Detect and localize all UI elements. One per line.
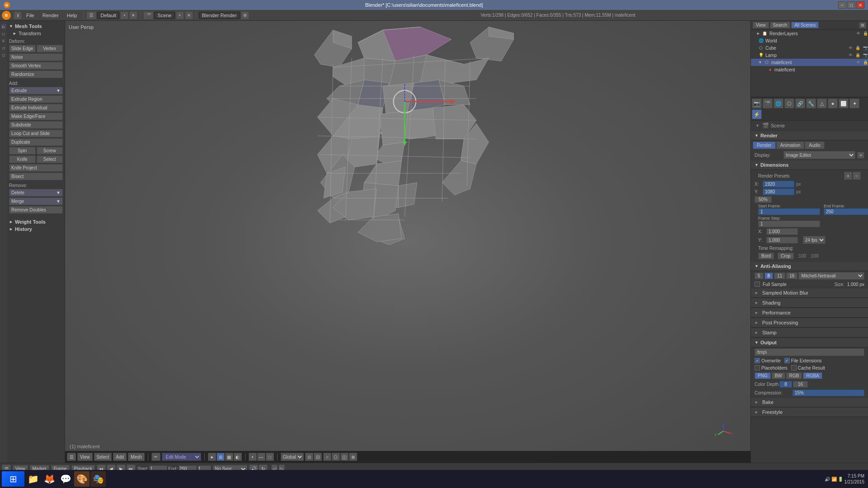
vp-edge-sel[interactable]: —	[257, 453, 265, 461]
remove-doubles-btn[interactable]: Remove Doubles	[9, 206, 63, 214]
format-rgb-btn[interactable]: RGB	[786, 372, 802, 379]
workspace-add[interactable]: +	[120, 11, 128, 19]
outliner-item-world[interactable]: 🌐 World	[751, 37, 868, 44]
tool-grease[interactable]: G	[1, 45, 6, 51]
render-tab-audio[interactable]: Audio	[805, 141, 825, 149]
knife-project-btn[interactable]: Knife Project	[9, 164, 63, 172]
res-y-input[interactable]	[763, 188, 794, 195]
bake-header[interactable]: ► Bake	[751, 397, 868, 407]
vp-mesh-menu[interactable]: Mesh	[128, 453, 144, 461]
render-tab-animation[interactable]: Animation	[776, 141, 804, 149]
vp-select-menu[interactable]: Select	[94, 453, 112, 461]
overwrite-cb[interactable]: ✓	[755, 358, 760, 363]
vp-occlude[interactable]: ⬡	[332, 453, 340, 461]
freestyle-header[interactable]: ► Freestyle	[751, 407, 868, 417]
maximize-button[interactable]: □	[847, 1, 855, 9]
vp-mode-icon[interactable]: ✏	[151, 453, 160, 461]
mesh-tools-section[interactable]: ▼ Mesh Tools	[9, 23, 63, 30]
props-texture-icon[interactable]: ⬜	[839, 99, 849, 108]
randomize-btn[interactable]: Randomize	[9, 70, 63, 78]
props-world-icon[interactable]: 🌐	[774, 99, 783, 108]
vp-render-shade[interactable]: ◐	[234, 453, 242, 461]
select-btn[interactable]: Select	[37, 155, 63, 163]
menu-help[interactable]: Help	[63, 12, 81, 19]
outliner-item-cube[interactable]: ⬡ Cube 👁 🔒 📷	[751, 44, 868, 52]
vp-face-sel[interactable]: □	[266, 453, 274, 461]
props-particles-icon[interactable]: ✦	[849, 99, 859, 108]
make-edge-face-btn[interactable]: Make Edge/Face	[9, 113, 63, 120]
duplicate-btn[interactable]: Duplicate	[9, 138, 63, 146]
props-render-icon[interactable]: 📷	[752, 99, 762, 108]
output-path-input[interactable]	[755, 348, 864, 356]
placeholders-cb[interactable]	[755, 365, 760, 371]
vp-vertex-sel[interactable]: •	[249, 453, 257, 461]
aspect-y-input[interactable]	[766, 237, 798, 244]
screw-btn[interactable]: Screw	[37, 147, 63, 155]
renderer-config[interactable]: ⚙	[241, 11, 249, 19]
aa-8[interactable]: 8	[764, 272, 774, 279]
minimize-button[interactable]: −	[838, 1, 846, 9]
knife-btn[interactable]: Knife	[9, 155, 36, 163]
performance-header[interactable]: ► Performance	[751, 308, 868, 318]
history-section[interactable]: ► History	[9, 225, 63, 233]
viewport-3d[interactable]: User Persp X Y Z (1) maleficent ☰ View S…	[65, 21, 750, 463]
tb-file-explorer[interactable]: 📁	[25, 471, 41, 487]
extrude-individual-btn[interactable]: Extrude Individual	[9, 104, 63, 112]
renderer-selector[interactable]: Blender Render	[199, 12, 240, 19]
format-png-btn[interactable]: PNG	[755, 372, 771, 379]
outliner-item-renderlayers[interactable]: ► 📋 RenderLayers 👁 🔒	[751, 30, 868, 37]
vp-snap-btn[interactable]: ⊙	[305, 453, 313, 461]
bisect-btn[interactable]: Bisect	[9, 173, 63, 180]
vp-mode-select[interactable]: Edit Mode Object Mode	[162, 453, 201, 461]
window-type-btn[interactable]: ☰	[86, 11, 96, 19]
weight-tools-section[interactable]: ► Weight Tools	[9, 218, 63, 225]
outliner-filter[interactable]: ⚙	[859, 22, 866, 28]
scene-selector[interactable]: Scene	[154, 12, 175, 19]
sampled-mb-header[interactable]: ► Sampled Motion Blur	[751, 288, 868, 298]
color-depth-8[interactable]: 8	[779, 381, 792, 388]
vp-snap-type[interactable]: ⊡	[314, 453, 322, 461]
end-frame-input[interactable]	[824, 208, 868, 215]
display-select[interactable]: Image Editor New Window Full Screen	[783, 151, 855, 159]
tb-skype[interactable]: 💬	[58, 471, 73, 487]
file-ext-cb[interactable]: ✓	[784, 358, 790, 363]
render-tab-render[interactable]: Render	[753, 141, 776, 149]
close-button[interactable]: ✕	[856, 1, 864, 9]
merge-dropdown[interactable]: Merge ▼	[9, 197, 63, 205]
smooth-vertex-btn[interactable]: Smooth Vertex	[9, 62, 63, 70]
tb-blender-icon[interactable]: 🎨	[74, 471, 90, 487]
extrude-dropdown[interactable]: Extrude ▼	[9, 87, 63, 94]
res-pct-btn[interactable]: 50%	[755, 196, 772, 203]
props-material-icon[interactable]: ●	[828, 99, 838, 108]
vp-onion[interactable]: ⊗	[349, 453, 357, 461]
props-object-icon[interactable]: ⬡	[784, 99, 794, 108]
full-sample-cb[interactable]	[755, 282, 760, 287]
vp-menu-btn[interactable]: ☰	[67, 453, 76, 461]
output-section-header[interactable]: ▼ Output	[751, 338, 868, 347]
frame-step-input[interactable]	[758, 221, 820, 227]
vertex-btn[interactable]: Vertex	[37, 45, 63, 52]
vp-wire-shade[interactable]: ⊞	[217, 453, 225, 461]
vp-add-menu[interactable]: Add	[113, 453, 127, 461]
outliner-item-maleficent-mesh[interactable]: 🔺 maleficent	[751, 66, 868, 73]
tb-firefox[interactable]: 🦊	[42, 471, 57, 487]
scene-add[interactable]: +	[176, 11, 184, 19]
color-depth-16[interactable]: 16	[793, 381, 808, 388]
crop-btn[interactable]: Crop	[778, 253, 794, 259]
props-physics-icon[interactable]: ⚡	[752, 109, 762, 119]
cache-result-cb[interactable]	[791, 365, 797, 371]
extrude-region-btn[interactable]: Extrude Region	[9, 95, 63, 103]
outliner-item-lamp[interactable]: 💡 Lamp 👁 🔒 📷	[751, 52, 868, 59]
tool-transform[interactable]: T	[1, 24, 6, 29]
vp-pivot-select[interactable]: Global Local	[281, 453, 304, 461]
fps-select[interactable]: 24 fps 30 fps	[803, 236, 826, 244]
tool-create[interactable]: C	[1, 31, 6, 37]
start-button[interactable]: ⊞	[2, 471, 24, 487]
scene-type-btn[interactable]: 🎬	[143, 11, 153, 19]
menu-file[interactable]: File	[23, 12, 38, 19]
aa-5[interactable]: 5	[755, 272, 764, 279]
loop-cut-slide-btn[interactable]: Loop Cut and Slide	[9, 130, 63, 137]
aa-16[interactable]: 16	[786, 272, 797, 279]
aa-section-header[interactable]: ▼ Anti-Aliasing	[751, 261, 868, 271]
props-data-icon[interactable]: △	[817, 99, 827, 108]
